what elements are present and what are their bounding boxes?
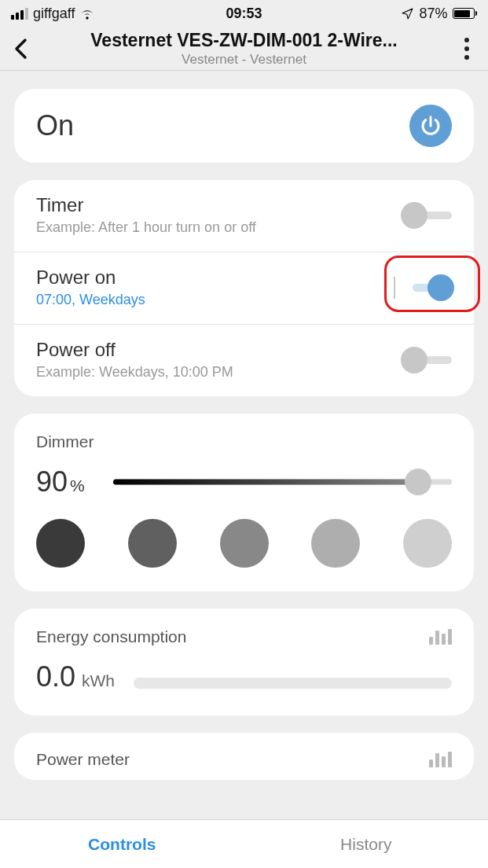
signal-icon (11, 8, 28, 20)
carrier-label: giffgaff (33, 6, 75, 22)
energy-bar (134, 678, 452, 689)
power-on-title: Power on (36, 267, 394, 289)
power-on-subtitle: 07:00, Weekdays (36, 292, 394, 308)
more-vertical-icon (464, 38, 469, 60)
dimmer-value: 90 (36, 465, 68, 498)
dimmer-card: Dimmer 90% (14, 414, 474, 591)
header: Vesternet VES-ZW-DIM-001 2-Wire... Veste… (0, 27, 488, 71)
separator (394, 277, 395, 299)
more-button[interactable] (455, 38, 479, 60)
power-icon (419, 114, 442, 138)
power-meter-title: Power meter (36, 750, 130, 769)
battery-pct-label: 87% (419, 6, 447, 22)
timer-title: Timer (36, 194, 403, 216)
power-off-row[interactable]: Power off Example: Weekdays, 10:00 PM (14, 324, 474, 396)
energy-unit: kWh (82, 671, 115, 690)
bar-chart-icon[interactable] (429, 752, 452, 767)
power-off-title: Power off (36, 339, 403, 361)
wifi-icon (79, 8, 95, 20)
power-button[interactable] (409, 105, 452, 147)
bar-chart-icon[interactable] (429, 629, 452, 645)
energy-value: 0.0 (36, 660, 75, 693)
tab-controls[interactable]: Controls (0, 820, 244, 868)
power-off-toggle[interactable] (403, 348, 452, 372)
dimmer-preset-4[interactable] (311, 519, 360, 568)
power-off-subtitle: Example: Weekdays, 10:00 PM (36, 364, 403, 381)
timer-card: Timer Example: After 1 hour turn on or o… (14, 180, 474, 396)
dimmer-label: Dimmer (36, 432, 452, 451)
battery-icon (453, 8, 478, 19)
timer-subtitle: Example: After 1 hour turn on or off (36, 219, 403, 236)
dimmer-preset-5[interactable] (403, 519, 452, 568)
location-icon (401, 7, 414, 20)
power-on-toggle[interactable] (403, 276, 452, 300)
clock-label: 09:53 (226, 6, 262, 22)
dimmer-preset-2[interactable] (128, 519, 177, 568)
dimmer-pct-sign: % (70, 476, 85, 495)
dimmer-preset-1[interactable] (36, 519, 85, 568)
back-button[interactable] (9, 38, 33, 60)
bottom-tabs: Controls History (0, 819, 488, 868)
dimmer-presets (36, 519, 452, 568)
timer-row[interactable]: Timer Example: After 1 hour turn on or o… (14, 180, 474, 252)
page-title: Vesternet VES-ZW-DIM-001 2-Wire... (38, 30, 450, 51)
dimmer-slider[interactable] (113, 469, 452, 495)
tab-history[interactable]: History (244, 820, 489, 868)
chevron-left-icon (13, 38, 29, 60)
power-on-row[interactable]: Power on 07:00, Weekdays (14, 252, 474, 324)
slider-knob[interactable] (405, 469, 431, 495)
timer-toggle[interactable] (403, 204, 452, 227)
energy-card: Energy consumption 0.0 kWh (14, 609, 474, 715)
dimmer-value-wrap: 90% (36, 465, 85, 498)
page-subtitle: Vesternet - Vesternet (38, 52, 450, 68)
power-meter-card: Power meter (14, 733, 474, 780)
status-bar: giffgaff 09:53 87% (0, 0, 488, 27)
energy-title: Energy consumption (36, 627, 186, 646)
state-card: On (14, 89, 474, 163)
content-scroll[interactable]: On Timer Example: After 1 hour turn on o… (0, 72, 488, 819)
dimmer-preset-3[interactable] (220, 519, 269, 568)
state-label: On (36, 109, 74, 142)
